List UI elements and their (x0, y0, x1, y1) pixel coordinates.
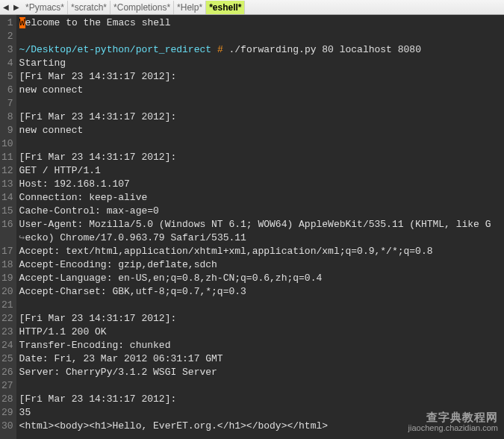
tab-eshell[interactable]: *eshell* (206, 1, 245, 14)
line-number: 14 (1, 191, 13, 205)
tab-bar: ◀ ▶ *Pymacs**scratch**Completions**Help*… (0, 0, 504, 15)
line-number: 28 (1, 393, 13, 406)
buffer-line: Welcome to the Emacs shell (19, 16, 504, 30)
buffer-line: Accept-Charset: GBK,utf-8;q=0.7,*;q=0.3 (19, 285, 504, 299)
line-number: 29 (1, 406, 13, 420)
line-number: 5 (1, 70, 13, 84)
text-segment (211, 44, 217, 55)
text-segment: # (217, 44, 223, 55)
text-segment: Cache-Control: max-age=0 (19, 205, 159, 217)
line-number: 6 (1, 84, 13, 97)
text-segment: GET / HTTP/1.1 (19, 165, 101, 176)
line-number: 3 (1, 43, 13, 57)
line-number: 27 (1, 379, 13, 393)
text-segment: Accept: text/html,application/xhtml+xml,… (19, 246, 433, 257)
buffer-content[interactable]: Welcome to the Emacs shell~/Desktop/et-p… (16, 15, 504, 439)
line-number: 21 (1, 299, 13, 312)
buffer-line (19, 379, 504, 393)
text-segment: Date: Fri, 23 Mar 2012 06:31:17 GMT (19, 353, 223, 364)
line-number: 18 (1, 258, 13, 272)
tab-help[interactable]: *Help* (174, 1, 206, 14)
text-segment: Starting (19, 57, 66, 69)
text-segment: new connect (19, 125, 84, 136)
line-number: 17 (1, 245, 13, 258)
text-segment: [Fri Mar 23 14:31:17 2012]: (19, 152, 177, 163)
buffer-line (19, 97, 504, 110)
line-number: 25 (1, 352, 13, 366)
buffer-line: User-Agent: Mozilla/5.0 (Windows NT 6.1;… (19, 218, 504, 231)
line-number: 20 (1, 285, 13, 299)
line-number: 30 (1, 420, 13, 433)
line-number: 15 (1, 205, 13, 218)
buffer-line: [Fri Mar 23 14:31:17 2012]: (19, 393, 504, 406)
watermark-title: 查字典教程网 (408, 412, 498, 423)
buffer-line: HTTP/1.1 200 OK (19, 326, 504, 339)
line-number: 9 (1, 124, 13, 137)
text-segment: Connection: keep-alive (19, 192, 148, 203)
tab-scroll-left-icon[interactable]: ◀ (1, 3, 10, 12)
editor-area: 1234567891011121314151617181920212223242… (0, 15, 504, 439)
text-segment: elcome to the Emacs shell (25, 17, 171, 28)
buffer-line: Host: 192.168.1.107 (19, 178, 504, 191)
buffer-line: Accept: text/html,application/xhtml+xml,… (19, 245, 504, 258)
tab-completions[interactable]: *Completions* (111, 1, 174, 14)
line-number: 4 (1, 57, 13, 70)
tab-scroll-arrows: ◀ ▶ (0, 3, 22, 12)
buffer-line: [Fri Mar 23 14:31:17 2012]: (19, 312, 504, 326)
buffer-line: Transfer-Encoding: chunked (19, 339, 504, 352)
watermark-url: jiaocheng.chazidian.com (408, 423, 498, 433)
line-number: 2 (1, 30, 13, 43)
line-number: 10 (1, 137, 13, 151)
text-segment: <html><body><h1>Hello, EverET.org.</h1><… (19, 420, 328, 432)
buffer-line: Accept-Encoding: gzip,deflate,sdch (19, 258, 504, 272)
watermark: 查字典教程网 jiaocheng.chazidian.com (408, 412, 498, 433)
buffer-line: Starting (19, 57, 504, 70)
line-number: 13 (1, 178, 13, 191)
line-number: 8 (1, 110, 13, 124)
buffer-line: GET / HTTP/1.1 (19, 164, 504, 178)
buffer-line: [Fri Mar 23 14:31:17 2012]: (19, 151, 504, 164)
tab-scroll-right-icon[interactable]: ▶ (12, 3, 21, 12)
buffer-line: new connect (19, 124, 504, 137)
buffer-line: Accept-Language: en-US,en;q=0.8,zh-CN;q=… (19, 272, 504, 285)
text-segment: Transfer-Encoding: chunked (19, 340, 171, 351)
buffer-line (19, 299, 504, 312)
text-segment: new connect (19, 84, 84, 96)
text-segment: Host: 192.168.1.107 (19, 178, 130, 190)
buffer-line: ↪ecko) Chrome/17.0.963.79 Safari/535.11 (19, 231, 504, 245)
text-segment: ./forwarding.py 80 localhost 8080 (223, 44, 421, 55)
line-number: 1 (1, 16, 13, 30)
buffer-line (19, 137, 504, 151)
text-segment: 35 (19, 407, 31, 418)
text-segment: User-Agent: Mozilla/5.0 (Windows NT 6.1;… (19, 219, 491, 230)
tab-scratch[interactable]: *scratch* (68, 1, 111, 14)
line-number (1, 231, 13, 245)
buffer-line: ~/Desktop/et-python/port_redirect # ./fo… (19, 43, 504, 57)
buffer-line: Connection: keep-alive (19, 191, 504, 205)
tabs-container: *Pymacs**scratch**Completions**Help**esh… (22, 1, 245, 14)
tab-pymacs[interactable]: *Pymacs* (22, 1, 68, 14)
line-number: 23 (1, 326, 13, 339)
text-segment: Accept-Encoding: gzip,deflate,sdch (19, 259, 217, 270)
text-segment: [Fri Mar 23 14:31:17 2012]: (19, 111, 177, 122)
line-number: 26 (1, 366, 13, 379)
text-segment: [Fri Mar 23 14:31:17 2012]: (19, 313, 177, 324)
cursor: W (19, 17, 25, 28)
line-number: 22 (1, 312, 13, 326)
buffer-line: Cache-Control: max-age=0 (19, 205, 504, 218)
text-segment: HTTP/1.1 200 OK (19, 326, 107, 337)
line-number: 16 (1, 218, 13, 231)
line-number: 11 (1, 151, 13, 164)
line-number: 12 (1, 164, 13, 178)
buffer-line: [Fri Mar 23 14:31:17 2012]: (19, 110, 504, 124)
text-segment: [Fri Mar 23 14:31:17 2012]: (19, 71, 177, 82)
line-number: 24 (1, 339, 13, 352)
text-segment: Accept-Language: en-US,en;q=0.8,zh-CN;q=… (19, 273, 323, 284)
text-segment: [Fri Mar 23 14:31:17 2012]: (19, 393, 177, 405)
buffer-line: [Fri Mar 23 14:31:17 2012]: (19, 70, 504, 84)
text-segment: Server: CherryPy/3.1.2 WSGI Server (19, 367, 217, 378)
buffer-line: new connect (19, 84, 504, 97)
line-number: 19 (1, 272, 13, 285)
text-segment: Accept-Charset: GBK,utf-8;q=0.7,*;q=0.3 (19, 286, 246, 297)
line-number: 7 (1, 97, 13, 110)
